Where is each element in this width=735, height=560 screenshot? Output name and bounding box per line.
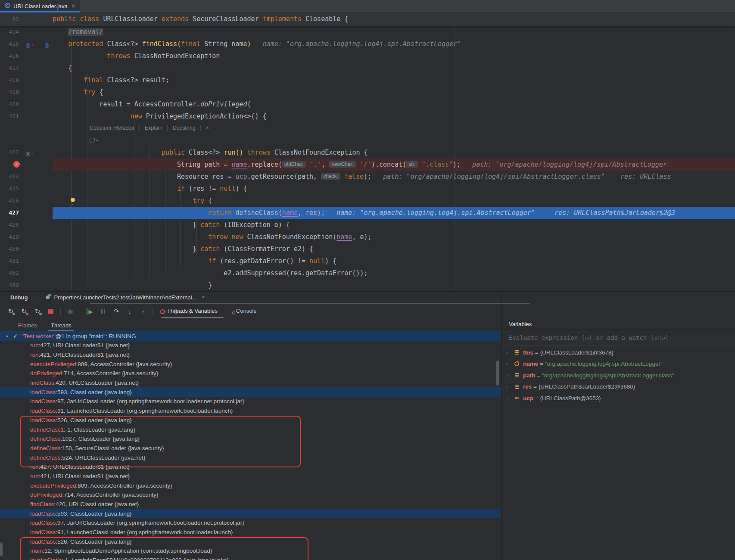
codeium-logo-icon[interactable] [89,137,95,143]
code-token: ".class" [418,161,453,168]
frame-row[interactable]: run:427, URLClassLoader$1 {java.net} [0,462,501,472]
frame-row[interactable]: run:421, URLClassLoader$1 {java.net} [0,472,501,481]
gutter-icons [22,231,53,243]
step-into-button[interactable]: ↓ [125,306,134,317]
code-token: doPrivileged [200,100,247,108]
code-token: '.' [306,161,321,168]
code-token: .getResource(path, [247,173,321,180]
chevron-down-icon[interactable]: ▾ [6,334,8,339]
chevron-down-icon[interactable]: ▾ [96,134,98,146]
variable-name: path [523,372,536,379]
file-tab-urlclassloader[interactable]: C URLClassLoader.java × [0,0,80,12]
param-icon [514,361,520,366]
tab-threads-variables[interactable]: Threads & Variables [167,303,218,318]
step-out-button[interactable]: ↑ [138,306,148,317]
code-token: } [53,281,212,289]
chevron-right-icon[interactable]: › [506,396,512,401]
code-line-433: 433 } [0,279,735,291]
code-editor[interactable]: 414 /removal/415◎↑◎↓ protected Class<?> … [0,26,735,291]
frame-row[interactable]: loadClass:526, ClassLoader {java.lang} [0,537,501,546]
chevron-right-icon[interactable]: › [506,373,512,378]
tab-frames[interactable]: Frames [18,320,37,330]
frame-row[interactable]: executePrivileged:809, AccessController … [0,359,501,369]
line-number: 425 [0,183,22,195]
scrollbar-thumb-left[interactable] [0,542,3,556]
frame-row[interactable]: defineClass:524, URLClassLoader {java.ne… [0,453,501,462]
code-token: Class<?> [107,40,142,48]
frame-location: :1027, ClassLoader {java.lang} [61,436,140,442]
variable-row[interactable]: ›this = {URLClassLoader$1@3678} [501,347,735,358]
variable-row[interactable]: ›res = {URLClassPath$JarLoader$2@3680} [501,381,735,393]
line-number: 421 [0,110,22,122]
frame-method: findClass [30,501,54,507]
frame-row[interactable]: main:12, SpringbootLoadDemoApplication {… [0,546,501,556]
codeium-action[interactable]: Codeium: Refactor [90,125,134,131]
chevron-right-icon[interactable]: › [506,361,512,366]
codeium-action[interactable]: × [206,125,209,131]
recursive-call-up-icon[interactable]: ◎↑ [25,42,31,49]
step-over-button[interactable]: ↷ [112,306,121,317]
code-line-416: 416 throws ClassNotFoundException [0,50,735,62]
rerun-button[interactable]: ↻ [6,306,16,317]
frame-row[interactable]: loadClass:97, JarUrlClassLoader {org.spr… [0,397,501,406]
frame-row[interactable]: executePrivileged:809, AccessController … [0,481,501,490]
variable-name: this [523,349,533,356]
chevron-right-icon[interactable]: › [506,350,512,355]
frame-row[interactable]: defineClass:150, SecureClassLoader {java… [0,444,501,453]
frame-row[interactable]: loadClass:97, JarUrlClassLoader {org.spr… [0,518,501,528]
tab-console[interactable]: Console [232,303,257,318]
codeium-action[interactable]: Explain [145,125,162,131]
breakpoint-icon[interactable]: ✓ [13,161,20,168]
frame-row[interactable]: loadClass:91, LaunchedClassLoader {org.s… [0,528,501,537]
pause-button[interactable] [98,306,108,317]
close-tab-icon[interactable]: × [72,3,75,9]
frame-row[interactable]: findClass:420, URLClassLoader {java.net} [0,378,501,388]
stop-button[interactable] [46,306,56,317]
frame-row[interactable]: doPrivileged:714, AccessController {java… [0,490,501,500]
line-number: 429 [0,231,22,243]
code-token: (IOException e) { [224,221,290,229]
frame-method: loadClass [30,510,56,517]
code-token: return [208,209,235,217]
code-text: { [53,62,735,74]
variable-row[interactable]: ›path = "org/apache/logging/log4j/spi/Ab… [501,370,735,381]
frame-row[interactable]: defineClass:1027, ClassLoader {java.lang… [0,434,501,444]
frame-row[interactable]: run:427, URLClassLoader$1 {java.net} [0,341,501,350]
thread-name: "Test worker" [22,333,56,339]
frame-row[interactable]: run:421, URLClassLoader$1 {java.net} [0,350,501,360]
debug-session-tab[interactable]: PropertiesLauncherTests2.testJarWithInne… [45,293,205,301]
codeium-actions[interactable]: Codeium: Refactor│Explain│Docstring│× [0,122,209,134]
codeium-action[interactable]: Docstring [173,125,196,131]
record-button[interactable]: ◉ [65,306,75,317]
chevron-right-icon[interactable]: › [506,384,512,389]
code-text: } catch (IOException e) { [53,219,735,231]
frame-method: run [30,342,39,348]
frame-row[interactable]: defineClass1:-1, ClassLoader {java.lang} [0,425,501,434]
recursive-call-icon[interactable]: ◎↑ [25,150,31,157]
thread-row[interactable]: ▾ ✓ "Test worker" @1 in group "main": RU… [0,331,501,341]
code-token [53,233,208,241]
code-token: public class [53,15,103,23]
resume-button[interactable]: ▶ [85,306,94,317]
frame-row[interactable]: doPrivileged:714, AccessController {java… [0,369,501,378]
frame-row[interactable]: loadClass:593, ClassLoader {java.lang} [0,387,501,397]
close-session-icon[interactable]: × [202,294,205,300]
recursive-call-down-icon[interactable]: ◎↓ [44,42,50,49]
intention-bulb-icon[interactable] [71,198,75,202]
view-breakpoints-button[interactable] [158,306,167,317]
scrollbar-thumb[interactable] [496,361,499,386]
frame-row[interactable]: loadClass:91, LaunchedClassLoader {org.s… [0,406,501,416]
evaluate-expression-input[interactable]: Evaluate expression (↵) or add a watch (… [501,330,735,345]
code-token: ) { [325,257,336,265]
code-token: (res.getDataError() != [220,257,309,265]
tab-threads[interactable]: Threads [51,320,72,330]
rerun-failed-button[interactable]: ↻ [19,306,29,317]
variable-row[interactable]: ›name = "org.apache.logging.log4j.spi.Ab… [501,358,735,370]
frame-row[interactable]: findClass:420, URLClassLoader {java.net} [0,500,501,509]
frame-row[interactable]: invokeStatic:-1, LambdaForm$DMH/0x000000… [0,556,501,560]
frame-row[interactable]: loadClass:526, ClassLoader {java.lang} [0,416,501,425]
restart-button[interactable]: ↻ [33,306,42,317]
frame-row[interactable]: loadClass:593, ClassLoader {java.lang} [0,509,501,518]
code-line-420: 420 result = AccessController.doPrivileg… [0,98,735,110]
variable-row[interactable]: ›∞ucp = {URLClassPath@3653} [501,392,735,404]
